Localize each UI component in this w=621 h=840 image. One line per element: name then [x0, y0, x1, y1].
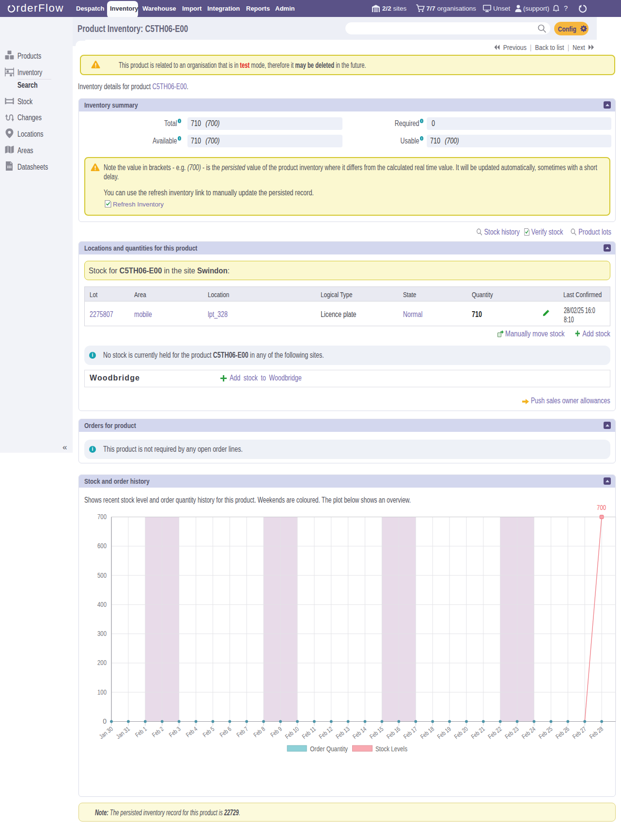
svg-text:Feb 2: Feb 2 [151, 725, 165, 739]
svg-text:Feb 15: Feb 15 [368, 725, 385, 740]
svg-text:Feb 23: Feb 23 [503, 725, 520, 740]
svg-text:Feb 13: Feb 13 [334, 725, 351, 740]
svg-text:200: 200 [97, 659, 107, 666]
svg-text:100: 100 [97, 688, 107, 696]
svg-text:Feb 18: Feb 18 [419, 725, 435, 740]
svg-text:Feb 1: Feb 1 [134, 725, 148, 739]
svg-text:Feb 7: Feb 7 [235, 725, 249, 739]
svg-text:700: 700 [597, 504, 606, 511]
svg-text:Feb 5: Feb 5 [202, 725, 216, 739]
svg-text:Feb 19: Feb 19 [436, 725, 452, 740]
svg-text:Feb 17: Feb 17 [402, 725, 419, 740]
svg-text:Feb 12: Feb 12 [317, 725, 334, 740]
svg-text:700: 700 [97, 513, 107, 521]
svg-text:300: 300 [97, 630, 107, 637]
svg-text:Feb 6: Feb 6 [218, 725, 233, 739]
svg-text:Feb 14: Feb 14 [351, 725, 368, 740]
svg-text:Jan 31: Jan 31 [115, 725, 131, 740]
svg-text:Feb 24: Feb 24 [520, 725, 537, 740]
svg-text:Feb 28: Feb 28 [588, 725, 605, 740]
svg-text:Stock Levels: Stock Levels [375, 745, 407, 753]
svg-text:Feb 10: Feb 10 [284, 725, 300, 740]
svg-text:Feb 4: Feb 4 [185, 725, 199, 739]
svg-text:Order Quantity: Order Quantity [310, 745, 348, 753]
svg-text:Feb 8: Feb 8 [252, 725, 266, 739]
svg-text:600: 600 [97, 542, 107, 550]
svg-text:Feb 27: Feb 27 [571, 725, 588, 740]
svg-text:Feb 25: Feb 25 [537, 725, 554, 740]
svg-text:400: 400 [97, 601, 107, 608]
svg-text:Feb 11: Feb 11 [301, 725, 317, 740]
svg-text:0: 0 [103, 717, 107, 725]
svg-text:Feb 26: Feb 26 [554, 725, 571, 740]
svg-text:Feb 20: Feb 20 [453, 725, 469, 740]
svg-text:Feb 22: Feb 22 [486, 725, 503, 740]
svg-text:Feb 21: Feb 21 [470, 725, 486, 740]
svg-text:Feb 16: Feb 16 [385, 725, 402, 740]
svg-text:Jan 30: Jan 30 [98, 725, 114, 740]
svg-text:Feb 3: Feb 3 [168, 725, 182, 739]
svg-text:500: 500 [97, 571, 107, 579]
svg-text:Feb 9: Feb 9 [269, 725, 283, 739]
